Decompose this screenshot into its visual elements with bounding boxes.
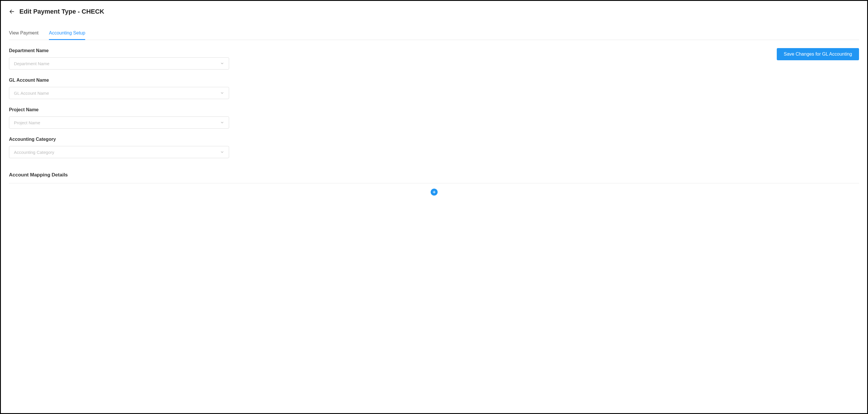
- department-name-label: Department Name: [9, 48, 229, 53]
- tab-bar: View Payment Accounting Setup: [9, 27, 859, 40]
- department-name-select[interactable]: Department Name: [9, 57, 229, 69]
- save-changes-button[interactable]: Save Changes for GL Accounting: [777, 48, 859, 60]
- chevron-down-icon: [220, 120, 224, 125]
- chevron-down-icon: [220, 91, 224, 95]
- gl-account-name-label: GL Account Name: [9, 78, 229, 83]
- back-arrow-icon[interactable]: [9, 9, 15, 14]
- plus-icon: [432, 190, 436, 194]
- accounting-category-select[interactable]: Accounting Category: [9, 146, 229, 158]
- project-name-select[interactable]: Project Name: [9, 116, 229, 129]
- tab-accounting-setup[interactable]: Accounting Setup: [49, 27, 85, 40]
- gl-account-name-placeholder: GL Account Name: [14, 91, 220, 96]
- chevron-down-icon: [220, 61, 224, 65]
- project-name-label: Project Name: [9, 107, 229, 112]
- gl-account-name-select[interactable]: GL Account Name: [9, 87, 229, 99]
- tab-view-payment[interactable]: View Payment: [9, 27, 38, 40]
- add-mapping-button[interactable]: [431, 188, 438, 196]
- accounting-category-label: Accounting Category: [9, 137, 229, 142]
- page-title: Edit Payment Type - CHECK: [20, 8, 104, 16]
- project-name-placeholder: Project Name: [14, 120, 220, 125]
- account-mapping-details-title: Account Mapping Details: [9, 172, 859, 183]
- department-name-placeholder: Department Name: [14, 61, 220, 66]
- accounting-category-placeholder: Accounting Category: [14, 150, 220, 155]
- chevron-down-icon: [220, 150, 224, 154]
